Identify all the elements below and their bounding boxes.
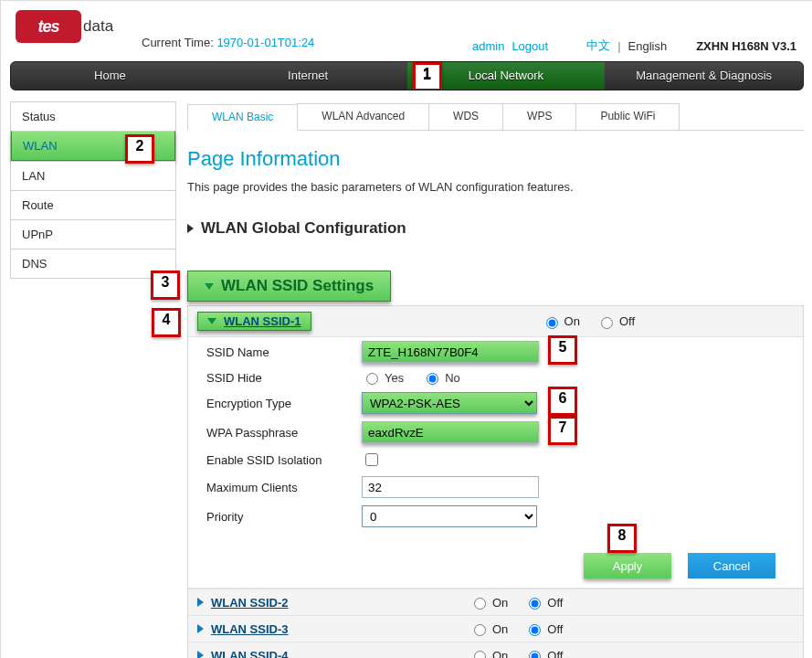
on-label: On	[492, 596, 508, 610]
ssid-4-on-radio[interactable]	[474, 651, 486, 658]
nav-management[interactable]: Management & Diagnosis	[605, 62, 803, 90]
on-label: On	[492, 649, 508, 659]
yes-label: Yes	[385, 371, 404, 385]
apply-button[interactable]: Apply	[584, 553, 671, 578]
annotation-7: 7	[548, 416, 577, 445]
section-global-config[interactable]: WLAN Global Configuration	[187, 214, 804, 243]
max-clients-input[interactable]	[362, 476, 539, 498]
sidebar-item-route[interactable]: Route	[11, 190, 175, 219]
annotation-3: 3	[151, 271, 180, 300]
tab-wds[interactable]: WDS	[428, 103, 503, 130]
current-time-label: Current Time:	[142, 36, 214, 49]
logout-link[interactable]: Logout	[511, 39, 548, 53]
subnav: WLAN Basic WLAN Advanced WDS WPS Public …	[187, 103, 804, 131]
annotation-8: 8	[607, 524, 637, 553]
ssid-1-off-radio[interactable]	[601, 317, 613, 329]
caret-down-icon	[205, 283, 214, 290]
ssid-3-on-radio[interactable]	[474, 624, 486, 636]
off-label: Off	[547, 596, 563, 610]
nav-home[interactable]: Home	[11, 62, 209, 90]
max-clients-label: Maximum Clients	[206, 481, 362, 494]
wpa-pass-label: WPA Passphrase	[206, 426, 362, 440]
wpa-pass-input[interactable]	[362, 421, 539, 443]
nav-local-network-label: Local Network	[469, 69, 543, 82]
ssid-1-form: SSID Name 5 SSID Hide Yes No	[188, 336, 803, 589]
annotation-5: 5	[548, 335, 577, 365]
top-links: admin Logout 中文 | English ZXHN H168N V3.…	[472, 37, 796, 54]
content-area: WLAN Basic WLAN Advanced WDS WPS Public …	[187, 101, 804, 658]
encryption-type-label: Encryption Type	[206, 397, 362, 410]
ssid-2-off-radio[interactable]	[529, 598, 541, 610]
logo-badge-text: tes	[37, 17, 58, 37]
tab-public-wifi[interactable]: Public WiFi	[575, 103, 680, 130]
ssid-1-toggle[interactable]: WLAN SSID-1	[197, 312, 311, 331]
off-label: Off	[619, 314, 635, 328]
caret-right-icon	[197, 598, 204, 607]
annotation-4: 4	[152, 308, 181, 337]
ssid-name-input[interactable]	[362, 341, 539, 363]
sidebar-item-upnp[interactable]: UPnP	[11, 219, 175, 249]
ssid-2-on-radio[interactable]	[474, 598, 486, 610]
nav-local-network[interactable]: Local Network 1	[407, 62, 606, 90]
tab-wlan-basic[interactable]: WLAN Basic	[187, 104, 298, 131]
sidebar-item-status[interactable]: Status	[11, 101, 175, 131]
logo: tes data	[16, 10, 113, 43]
off-label: Off	[547, 622, 563, 636]
ssid-hide-label: SSID Hide	[206, 371, 362, 385]
device-model: ZXHN H168N V3.1	[696, 39, 796, 53]
ssid-1-header-row: 4 WLAN SSID-1 On Off	[188, 306, 803, 336]
ssid-1-link[interactable]: WLAN SSID-1	[224, 314, 301, 328]
lang-chinese-link[interactable]: 中文	[586, 37, 610, 54]
sidebar-item-lan[interactable]: LAN	[11, 161, 175, 190]
ssid-3-off-radio[interactable]	[529, 624, 541, 636]
ssid-settings-panel: 4 WLAN SSID-1 On Off SSID N	[187, 305, 804, 658]
ssid-3-header-row: WLAN SSID-3 On Off	[188, 615, 803, 642]
ssid-isolation-checkbox[interactable]	[365, 453, 378, 466]
caret-right-icon	[187, 224, 194, 233]
ssid-4-off-radio[interactable]	[529, 651, 541, 658]
lang-separator: |	[617, 39, 620, 53]
no-label: No	[445, 371, 460, 385]
logo-suffix: data	[83, 17, 113, 36]
page-description: This page provides the basic parameters …	[187, 180, 804, 194]
ssid-hide-no-radio[interactable]	[427, 373, 438, 385]
annotation-1: 1	[413, 62, 442, 90]
ssid-4-link[interactable]: WLAN SSID-4	[211, 649, 289, 659]
priority-select[interactable]: 0	[362, 505, 537, 527]
ssid-name-label: SSID Name	[206, 345, 362, 359]
sidebar: Status WLAN LAN Route UPnP DNS	[10, 101, 176, 279]
page-title: Page Information	[187, 147, 804, 171]
section-ssid-settings[interactable]: WLAN SSID Settings	[187, 271, 391, 302]
on-label: On	[492, 622, 508, 636]
ssid-3-toggle[interactable]: WLAN SSID-3	[197, 622, 453, 636]
annotation-6: 6	[548, 387, 577, 416]
ssid-isolation-label: Enable SSID Isolation	[206, 453, 362, 467]
ssid-2-link[interactable]: WLAN SSID-2	[211, 596, 289, 610]
on-label: On	[564, 314, 580, 328]
section-global-label: WLAN Global Configuration	[201, 219, 406, 238]
ssid-2-header-row: WLAN SSID-2 On Off	[188, 589, 803, 615]
tab-wlan-advanced[interactable]: WLAN Advanced	[297, 103, 429, 130]
ssid-1-on-radio[interactable]	[546, 317, 558, 329]
encryption-type-select[interactable]: WPA2-PSK-AES	[362, 392, 537, 414]
logo-badge: tes	[16, 10, 81, 43]
cancel-button[interactable]: Cancel	[688, 553, 775, 578]
caret-right-icon	[197, 651, 204, 658]
nav-internet[interactable]: Internet	[209, 62, 407, 90]
caret-down-icon	[207, 318, 216, 324]
annotation-2: 2	[125, 134, 154, 164]
priority-label: Priority	[206, 510, 362, 524]
ssid-hide-yes-radio[interactable]	[366, 373, 378, 385]
current-time-value: 1970-01-01T01:24	[216, 36, 314, 49]
tab-wps[interactable]: WPS	[502, 103, 576, 130]
ssid-4-toggle[interactable]: WLAN SSID-4	[197, 649, 453, 659]
off-label: Off	[547, 649, 563, 659]
lang-english: English	[628, 39, 668, 53]
user-link[interactable]: admin	[472, 39, 504, 53]
ssid-2-toggle[interactable]: WLAN SSID-2	[197, 596, 453, 610]
section-ssid-label: WLAN SSID Settings	[221, 277, 374, 295]
ssid-3-link[interactable]: WLAN SSID-3	[211, 622, 289, 636]
ssid-4-header-row: WLAN SSID-4 On Off	[188, 642, 803, 658]
caret-right-icon	[197, 624, 204, 633]
current-time: Current Time: 1970-01-01T01:24	[142, 36, 314, 49]
